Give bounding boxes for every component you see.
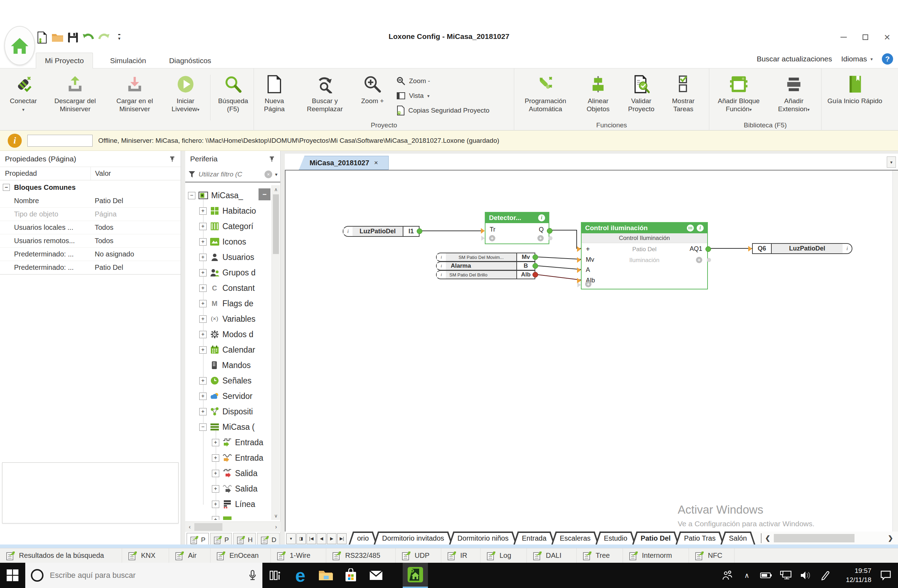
info-cap[interactable]: i bbox=[437, 272, 446, 277]
battery-icon[interactable] bbox=[756, 563, 776, 588]
clear-filter-icon[interactable]: × bbox=[264, 171, 272, 178]
expand-plus-icon[interactable]: + bbox=[212, 501, 219, 508]
iniciar-liveview-button[interactable]: Iniciar Liveview▾ bbox=[163, 72, 208, 113]
expand-plus-icon[interactable]: + bbox=[199, 300, 207, 307]
clock[interactable]: 19:57 12/11/18 bbox=[835, 563, 873, 588]
expand-plus-icon[interactable]: + bbox=[199, 269, 207, 277]
control-header[interactable]: Control iluminación i bbox=[581, 223, 707, 233]
anadir-extension-button[interactable]: Añadir Extension▾ bbox=[768, 72, 820, 113]
status-tab-tree[interactable]: Tree bbox=[577, 548, 623, 563]
pin-icon[interactable] bbox=[268, 155, 275, 162]
port-a[interactable]: A bbox=[586, 266, 590, 274]
tree-item-habitaciones[interactable]: + Habitacio bbox=[185, 203, 272, 219]
microsoft-store-icon[interactable] bbox=[338, 563, 363, 588]
tree-item-micasa-server[interactable]: − MiCasa ( bbox=[185, 419, 272, 435]
edge-browser-icon[interactable]: e bbox=[288, 563, 313, 588]
zoom-in-button[interactable]: Zoom + bbox=[355, 72, 390, 105]
input-ref-alarma[interactable]: i Alarma B bbox=[436, 262, 535, 271]
property-row[interactable]: Predeterminado: ...Patio Del bbox=[0, 261, 181, 274]
tray-chevron-icon[interactable]: ∧ bbox=[737, 563, 756, 588]
expand-plus-icon[interactable]: + bbox=[212, 470, 219, 477]
info-cap[interactable]: i bbox=[437, 254, 446, 260]
control-iluminacion-block[interactable]: Control iluminación i Control Iluminació… bbox=[581, 222, 708, 289]
block-info-icon[interactable]: i bbox=[538, 214, 545, 222]
customize-toolbar-icon[interactable]: ▾ bbox=[112, 31, 126, 44]
expand-plus-icon[interactable]: + bbox=[199, 393, 207, 400]
tree-scrollbar[interactable]: ∧ ∨ bbox=[272, 185, 280, 520]
output-connector[interactable] bbox=[532, 263, 538, 269]
loxone-config-taskbar-icon[interactable] bbox=[403, 563, 428, 588]
page-tab[interactable]: Dormitorio invitados bbox=[374, 531, 452, 545]
expand-plus-icon[interactable]: + bbox=[199, 207, 207, 215]
expand-plus-icon[interactable]: + bbox=[212, 439, 219, 446]
taskbar-search-input[interactable] bbox=[50, 571, 242, 580]
expand-plus-icon[interactable]: + bbox=[199, 285, 207, 292]
status-tab-enocean[interactable]: EnOcean bbox=[211, 548, 271, 563]
cargar-miniserver-button[interactable]: Cargar en el Miniserver bbox=[106, 72, 163, 113]
scroll-thumb[interactable] bbox=[273, 194, 279, 254]
expand-plus-icon[interactable]: + bbox=[199, 316, 207, 323]
buscar-reemplazar-button[interactable]: Buscar y Reemplazar bbox=[295, 72, 355, 113]
property-row[interactable]: Predeterminado: ...No asignado bbox=[0, 248, 181, 261]
microphone-icon[interactable] bbox=[248, 570, 257, 581]
taskbar-search[interactable] bbox=[25, 563, 262, 588]
tree-item-usuarios[interactable]: + Usuarios bbox=[185, 249, 272, 265]
nueva-pagina-button[interactable]: Nueva Página bbox=[254, 72, 295, 113]
expand-plus-icon[interactable]: + bbox=[199, 223, 207, 230]
scroll-down-icon[interactable]: ∨ bbox=[272, 511, 280, 520]
tree-item-salida-digital[interactable]: + Salida bbox=[185, 466, 272, 481]
port-q[interactable]: Q bbox=[539, 226, 544, 233]
expand-plus-icon[interactable]: + bbox=[199, 408, 207, 416]
redo-icon[interactable] bbox=[97, 31, 111, 44]
add-input-icon[interactable]: + bbox=[585, 281, 591, 287]
mostrar-tareas-button[interactable]: Mostrar Tareas bbox=[663, 72, 704, 113]
add-input-icon[interactable]: + bbox=[489, 235, 495, 242]
port-tr[interactable]: Tr bbox=[490, 226, 495, 233]
property-group-row[interactable]: − Bloques Comunes bbox=[0, 180, 181, 194]
zoom-out-button[interactable]: Zoom - bbox=[397, 75, 489, 87]
tree-collapse-button[interactable]: − bbox=[258, 188, 271, 200]
output-connector[interactable] bbox=[532, 254, 538, 260]
anadir-bloque-funcion-button[interactable]: Añadir Bloque Función▾ bbox=[709, 72, 768, 113]
input-ref-sm-movim[interactable]: i SM Patio Del Movim... Mv bbox=[436, 252, 535, 262]
network-icon[interactable] bbox=[776, 563, 796, 588]
tree-item-variables[interactable]: + (×) Variables bbox=[185, 311, 272, 326]
page-tab[interactable]: Patio Tras bbox=[676, 531, 724, 545]
block-info-icon[interactable]: i bbox=[697, 225, 704, 232]
nav-prev-button[interactable]: ◀ bbox=[317, 533, 326, 544]
tree-item-flags[interactable]: + M Flags de bbox=[185, 296, 272, 311]
property-row[interactable]: Tipo de objetoPágina bbox=[0, 208, 181, 221]
output-connector[interactable] bbox=[547, 228, 552, 234]
busqueda-button[interactable]: Búsqueda (F5) bbox=[212, 72, 254, 113]
add-output-icon[interactable]: + bbox=[537, 235, 544, 242]
nav-dropdown-button[interactable]: ▾ bbox=[286, 533, 296, 544]
expand-plus-icon[interactable]: + bbox=[199, 254, 207, 261]
vista-button[interactable]: Vista▾ bbox=[397, 89, 489, 102]
status-tab-dali[interactable]: DALI bbox=[527, 548, 577, 563]
people-icon[interactable] bbox=[717, 563, 737, 588]
tree-item-iconos[interactable]: + Iconos bbox=[185, 234, 272, 249]
page-tab[interactable]: Salón bbox=[721, 531, 755, 545]
expand-plus-icon[interactable]: + bbox=[199, 377, 207, 385]
info-cap[interactable]: i bbox=[843, 246, 852, 252]
port-aq1[interactable]: AQ1 bbox=[690, 245, 702, 252]
tree-item-constantes[interactable]: + C Constant bbox=[185, 280, 272, 296]
output-ref-luzpatiodel[interactable]: Q6 LuzPatioDel i bbox=[752, 243, 852, 254]
tree-item-entrada-digital[interactable]: + Entrada bbox=[185, 435, 272, 450]
canvas-vscrollbar[interactable] bbox=[892, 171, 898, 531]
open-folder-icon[interactable] bbox=[51, 31, 65, 44]
diagram-canvas[interactable]: i LuzPatioDel I1 Detector... i Tr Q + + … bbox=[285, 170, 898, 531]
tree-item-categorias[interactable]: + Categorí bbox=[185, 219, 272, 234]
expand-plus-icon[interactable]: + bbox=[212, 454, 219, 462]
nav-overview-button[interactable]: ◨ bbox=[297, 533, 306, 544]
descargar-miniserver-button[interactable]: Descargar del Miniserver bbox=[44, 72, 106, 113]
block-move-icon[interactable] bbox=[687, 225, 694, 232]
task-view-button[interactable] bbox=[262, 563, 288, 588]
programacion-automatica-button[interactable]: Programación Automática bbox=[514, 72, 577, 113]
tree-item-mandos[interactable]: Mandos bbox=[185, 357, 272, 373]
tab-mi-proyecto[interactable]: Mi Proyecto bbox=[36, 52, 93, 68]
scroll-up-icon[interactable]: ∧ bbox=[272, 185, 280, 194]
detector-block[interactable]: Detector... i Tr Q + + bbox=[485, 212, 549, 244]
page-tab[interactable]: Dormitorio niños bbox=[449, 531, 517, 545]
status-tab-internorm[interactable]: Internorm bbox=[623, 548, 689, 563]
